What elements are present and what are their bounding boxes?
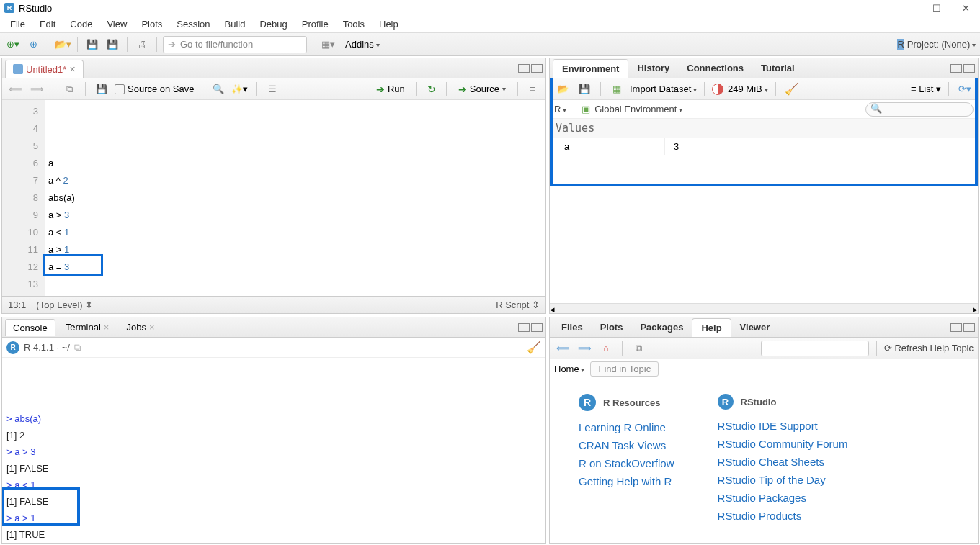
- new-file-icon[interactable]: ⊕▾: [4, 36, 22, 53]
- tab-connections[interactable]: Connections: [678, 59, 752, 77]
- list-view-toggle[interactable]: ≡ List ▾: [911, 84, 941, 94]
- tab-terminal[interactable]: Terminal ×: [58, 319, 117, 335]
- code-line[interactable]: a ^ 2: [48, 172, 543, 189]
- clear-console-icon[interactable]: 🧹: [527, 341, 541, 354]
- grid-icon[interactable]: ▦▾: [319, 36, 337, 53]
- help-link[interactable]: CRAN Task Views: [579, 439, 674, 451]
- run-button[interactable]: ➔Run: [370, 82, 411, 96]
- scope-indicator[interactable]: (Top Level) ⇕: [36, 299, 93, 310]
- console-output[interactable]: > abs(a)[1] 2> a > 3[1] FALSE> a < 1[1] …: [2, 358, 545, 543]
- close-tab-icon[interactable]: ×: [69, 63, 75, 75]
- tab-viewer[interactable]: Viewer: [731, 318, 779, 336]
- tab-plots[interactable]: Plots: [592, 318, 632, 336]
- show-in-new-icon[interactable]: ⧉: [61, 81, 78, 98]
- help-link[interactable]: R on StackOverflow: [579, 457, 674, 469]
- tab-tutorial[interactable]: Tutorial: [752, 59, 803, 77]
- code-line[interactable]: a > 3: [48, 207, 543, 224]
- open-file-icon[interactable]: 📂▾: [54, 36, 71, 53]
- save-source-icon[interactable]: 💾: [93, 81, 110, 98]
- menu-file[interactable]: File: [3, 19, 32, 30]
- save-all-icon[interactable]: 💾: [104, 36, 121, 53]
- tab-console[interactable]: Console: [5, 319, 55, 336]
- env-search-input[interactable]: 🔍: [865, 102, 974, 117]
- project-menu[interactable]: Project: (None): [907, 39, 976, 50]
- menu-code[interactable]: Code: [63, 19, 99, 30]
- help-link[interactable]: RStudio Tip of the Day: [718, 474, 848, 486]
- env-variable-row[interactable]: a 3: [550, 138, 978, 155]
- source-on-save-checkbox[interactable]: Source on Save: [115, 84, 195, 94]
- menu-help[interactable]: Help: [372, 19, 406, 30]
- save-icon[interactable]: 💾: [84, 36, 101, 53]
- help-link[interactable]: RStudio Community Forum: [718, 438, 848, 450]
- tab-help[interactable]: Help: [692, 318, 731, 337]
- new-project-icon[interactable]: ⊕: [24, 36, 42, 53]
- minimize-button[interactable]: —: [894, 0, 922, 16]
- outline-icon[interactable]: ☰: [264, 81, 281, 98]
- menu-plots[interactable]: Plots: [134, 19, 169, 30]
- tab-files[interactable]: Files: [553, 318, 592, 336]
- find-in-topic-input[interactable]: Find in Topic: [590, 361, 659, 377]
- menu-edit[interactable]: Edit: [32, 19, 63, 30]
- pane-max-icon[interactable]: [963, 64, 975, 73]
- refresh-env-icon[interactable]: ⟳▾: [956, 81, 974, 98]
- scope-selector[interactable]: Global Environment: [594, 104, 682, 114]
- tab-jobs[interactable]: Jobs ×: [119, 319, 161, 335]
- help-link[interactable]: RStudio Packages: [718, 492, 848, 504]
- rerun-icon[interactable]: ↻: [423, 81, 440, 98]
- help-link[interactable]: RStudio Products: [718, 510, 848, 522]
- lang-selector[interactable]: R: [554, 104, 566, 114]
- menu-tools[interactable]: Tools: [336, 19, 372, 30]
- pane-min-icon[interactable]: [950, 323, 962, 332]
- menu-profile[interactable]: Profile: [295, 19, 336, 30]
- clear-workspace-icon[interactable]: 🧹: [783, 81, 801, 98]
- code-line[interactable]: a > 1: [48, 241, 543, 258]
- code-line[interactable]: a < 1: [48, 224, 543, 241]
- source-button[interactable]: ➔Source: [453, 82, 512, 96]
- help-back-icon[interactable]: ⟸: [554, 340, 571, 357]
- code-line[interactable]: a = 3: [48, 258, 543, 276]
- help-link[interactable]: RStudio Cheat Sheets: [718, 456, 848, 468]
- help-link[interactable]: RStudio IDE Support: [718, 420, 848, 432]
- maximize-button[interactable]: ☐: [922, 0, 951, 16]
- menu-view[interactable]: View: [99, 19, 134, 30]
- load-workspace-icon[interactable]: 📂: [554, 81, 571, 98]
- code-editor[interactable]: 345678910111213 aa ^ 2abs(a)a > 3a < 1a …: [2, 100, 545, 296]
- home-icon[interactable]: ⌂: [597, 340, 615, 357]
- addins-menu[interactable]: Addins: [339, 39, 380, 50]
- close-button[interactable]: ✕: [951, 0, 980, 16]
- help-home-menu[interactable]: Home: [554, 364, 584, 374]
- nav-back-icon[interactable]: ⟸: [6, 81, 24, 98]
- code-line[interactable]: a: [48, 155, 543, 172]
- code-line[interactable]: [48, 276, 543, 293]
- save-workspace-icon[interactable]: 💾: [576, 81, 593, 98]
- pane-max-icon[interactable]: [963, 323, 975, 332]
- pane-min-icon[interactable]: [518, 64, 530, 73]
- print-icon[interactable]: 🖨: [133, 36, 151, 53]
- help-link[interactable]: Learning R Online: [579, 421, 674, 433]
- refresh-help-button[interactable]: ⟳ Refresh Help Topic: [884, 343, 974, 353]
- tab-environment[interactable]: Environment: [553, 59, 628, 78]
- memory-usage[interactable]: 249 MiB: [728, 84, 767, 94]
- code-line[interactable]: abs(a): [48, 189, 543, 207]
- menu-build[interactable]: Build: [218, 19, 253, 30]
- help-fwd-icon[interactable]: ⟹: [576, 340, 593, 357]
- menu-debug[interactable]: Debug: [252, 19, 294, 30]
- pane-min-icon[interactable]: [950, 64, 962, 73]
- pane-min-icon[interactable]: [518, 323, 530, 332]
- source-tab[interactable]: Untitled1* ×: [5, 60, 84, 78]
- sections-icon[interactable]: ≡: [524, 81, 541, 98]
- open-wd-icon[interactable]: ⧉: [74, 342, 81, 353]
- wand-icon[interactable]: ✨▾: [231, 81, 249, 98]
- help-search-input[interactable]: [761, 341, 869, 356]
- popout-help-icon[interactable]: ⧉: [630, 340, 647, 357]
- goto-file-input[interactable]: ➔ Go to file/function: [163, 36, 307, 53]
- import-dataset-menu[interactable]: Import Dataset: [630, 84, 697, 94]
- nav-fwd-icon[interactable]: ⟹: [28, 81, 45, 98]
- tab-history[interactable]: History: [628, 59, 678, 77]
- tab-packages[interactable]: Packages: [631, 318, 692, 336]
- find-icon[interactable]: 🔍: [210, 81, 227, 98]
- pane-max-icon[interactable]: [531, 323, 543, 332]
- menu-session[interactable]: Session: [169, 19, 217, 30]
- help-link[interactable]: Getting Help with R: [579, 475, 674, 487]
- pane-max-icon[interactable]: [531, 64, 543, 73]
